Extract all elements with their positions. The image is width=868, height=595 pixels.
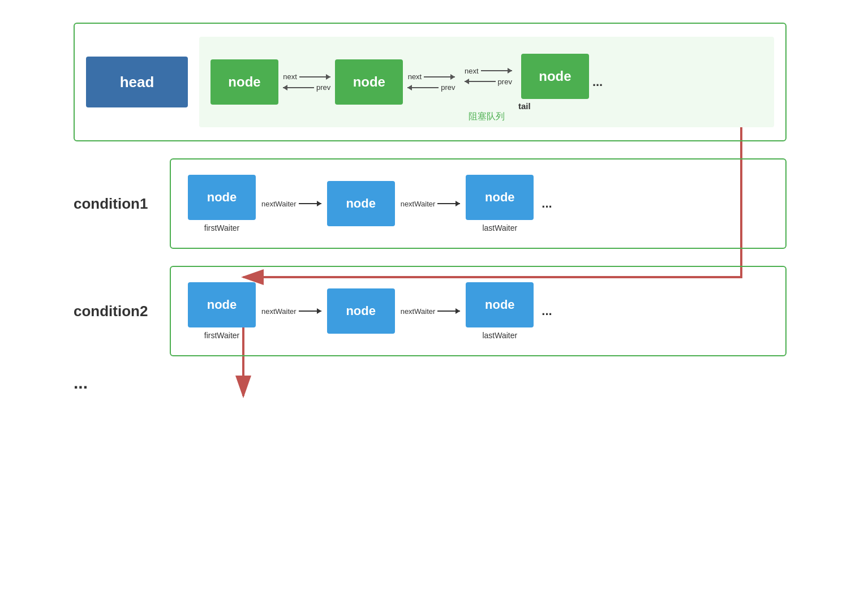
condition2-arrow-1 <box>299 311 321 312</box>
condition2-next-waiter-arrow-2: nextWaiter <box>401 307 461 316</box>
node-box-2: node <box>335 59 403 105</box>
linked-list-area: node next prev <box>199 37 774 127</box>
condition2-ellipsis: ... <box>542 304 552 318</box>
next-arrow-2 <box>424 76 455 77</box>
prev-arrow-2 <box>407 87 439 88</box>
linked-list-inner: node next prev <box>210 54 763 111</box>
prev-arrow-1 <box>283 87 314 88</box>
head-box: head <box>86 57 188 107</box>
condition1-box: node firstWaiter nextWaiter node <box>170 158 787 249</box>
condition1-last-waiter-label: lastWaiter <box>482 223 517 232</box>
prev-arrow-label-2: prev <box>407 83 455 92</box>
condition1-first-waiter-container: node firstWaiter <box>188 175 256 232</box>
condition1-node-2: node <box>327 181 395 226</box>
arrows-3-tail: next prev <box>465 67 512 86</box>
condition2-node-1: node <box>188 282 256 327</box>
condition1-arrow-2 <box>437 203 460 204</box>
condition2-node-2: node <box>327 288 395 334</box>
condition1-label: condition1 <box>74 195 170 213</box>
condition1-node-1: node <box>188 175 256 220</box>
arrows-2-3: next prev <box>407 72 455 92</box>
condition2-node-last: node <box>466 282 534 327</box>
head-label: head <box>120 74 154 91</box>
condition1-row: condition1 node firstWaiter nextWaiter <box>74 158 787 249</box>
node-tail-container: next prev node <box>460 54 589 111</box>
tail-label: tail <box>518 101 531 111</box>
next-arrow-label-1: next <box>283 72 330 81</box>
condition2-first-waiter-label: firstWaiter <box>204 331 239 340</box>
conditions-area: condition1 node firstWaiter nextWaiter <box>74 158 787 356</box>
condition1-next-waiter-arrow-2: nextWaiter <box>401 200 461 208</box>
condition2-first-waiter-container: node firstWaiter <box>188 282 256 340</box>
condition1-first-waiter-label: firstWaiter <box>204 223 239 232</box>
prev-arrow-label-1: prev <box>283 83 330 92</box>
node-box-tail: node <box>521 54 589 99</box>
condition1-node-2-container: node <box>327 181 395 226</box>
condition1-last-waiter-container: node lastWaiter <box>466 175 534 232</box>
next-arrow-label-3: next <box>465 67 512 75</box>
condition1-next-waiter-arrow-1: nextWaiter <box>261 200 321 208</box>
next-arrow-label-2: next <box>408 72 456 81</box>
top-ellipsis: ... <box>592 75 603 89</box>
condition2-next-waiter-arrow-1: nextWaiter <box>261 307 321 316</box>
blocking-queue-label: 阻塞队列 <box>469 111 505 123</box>
condition1-arrow-1 <box>299 203 321 204</box>
next-arrow-1 <box>299 76 330 77</box>
condition2-row: condition2 node firstWaiter nextWaiter <box>74 266 787 356</box>
bottom-ellipsis: ... <box>74 373 787 393</box>
condition1-ellipsis: ... <box>542 196 552 211</box>
condition1-node-last: node <box>466 175 534 220</box>
next-arrow-3 <box>481 70 512 71</box>
condition2-label: condition2 <box>74 303 170 320</box>
condition2-node-2-container: node <box>327 288 395 334</box>
condition2-last-waiter-label: lastWaiter <box>482 331 517 340</box>
prev-arrow-label-3: prev <box>465 77 512 86</box>
condition2-box: node firstWaiter nextWaiter node <box>170 266 787 356</box>
arrows-1-2: next prev <box>283 72 330 92</box>
node-box-1: node <box>210 59 278 105</box>
prev-arrow-3 <box>465 81 496 82</box>
condition2-last-waiter-container: node lastWaiter <box>466 282 534 340</box>
condition2-arrow-2 <box>437 311 460 312</box>
top-section: head node next <box>74 23 787 141</box>
